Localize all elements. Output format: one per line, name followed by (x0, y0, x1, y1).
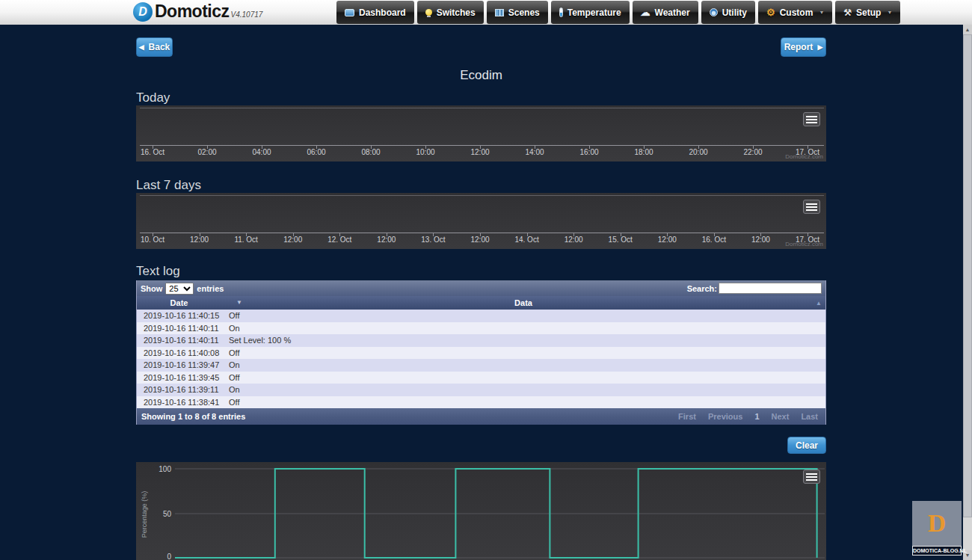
log-table-row[interactable]: 2019-10-16 11:39:45Off (137, 372, 825, 384)
scroll-up-arrow-icon[interactable]: ▲ (963, 25, 972, 34)
x-axis-label: 12:00 (565, 236, 583, 244)
log-table-row[interactable]: 2019-10-16 11:39:47On (137, 359, 825, 372)
log-date-cell: 2019-10-16 11:40:11 (137, 334, 221, 347)
y-tick-0: 0 (167, 553, 171, 560)
nav-weather-label: Weather (655, 7, 690, 18)
column-header-date[interactable]: Date▼ (137, 298, 221, 307)
chevron-down-icon: ▼ (819, 10, 824, 15)
x-axis-line (140, 233, 824, 233)
log-table-row[interactable]: 2019-10-16 11:40:08Off (137, 347, 825, 360)
pagination-page-1[interactable]: 1 (754, 412, 759, 421)
vertical-scrollbar: ▲ ▼ (963, 25, 972, 560)
table-body: 2019-10-16 11:40:15Off2019-10-16 11:40:1… (137, 310, 825, 408)
log-date-cell: 2019-10-16 11:39:45 (137, 372, 221, 384)
nav-utility[interactable]: Utility (701, 1, 755, 24)
log-data-cell: Off (221, 347, 825, 360)
domoticz-logo-icon: D (133, 2, 153, 22)
section-title-textlog: Text log (136, 264, 180, 279)
x-axis-label: 14:00 (525, 148, 544, 156)
nav-setup-label: Setup (856, 7, 881, 18)
table-header-row: Date▼ Data ▲ (137, 296, 825, 310)
y-tick-50: 50 (163, 510, 172, 518)
log-date-cell: 2019-10-16 11:38:41 (137, 396, 221, 409)
top-navbar: D Domoticz V4.10717 Dashboard Switches S… (0, 0, 972, 25)
x-axis-label: 16:00 (579, 148, 598, 156)
x-axis-label: 06:00 (307, 148, 325, 156)
clear-button-label: Clear (796, 440, 818, 451)
nav-weather[interactable]: Weather (633, 1, 698, 24)
cloud-icon (641, 7, 650, 18)
report-button[interactable]: Report ▶ (781, 37, 826, 57)
last7days-chart: 10. Oct12:0011. Oct12:0012. Oct12:0013. … (136, 193, 826, 249)
log-table-row[interactable]: 2019-10-16 11:39:11On (137, 384, 825, 396)
blog-logo-label: DOMOTICA-BLOG.NL (912, 546, 962, 556)
table-info: Showing 1 to 8 of 8 entries (137, 412, 245, 421)
x-axis-label: 12:00 (190, 236, 209, 244)
chart-export-menu-button[interactable] (803, 200, 820, 214)
x-axis-label: 18:00 (634, 148, 653, 156)
search-input[interactable] (719, 283, 822, 294)
log-table-row[interactable]: 2019-10-16 11:40:11Set Level: 100 % (137, 334, 825, 347)
x-axis-label: 14. Oct (514, 236, 538, 244)
entries-label: entries (197, 284, 224, 293)
x-axis-label: 12:00 (658, 236, 677, 244)
domoticz-brand[interactable]: D Domoticz V4.10717 (133, 1, 262, 22)
domotica-blog-logo[interactable]: D DOMOTICA-BLOG.NL (912, 501, 962, 556)
x-axis-label: 12:00 (283, 236, 302, 244)
x-axis-label: 11. Oct (234, 236, 258, 244)
log-data-cell: Off (221, 310, 825, 322)
log-data-cell: On (221, 384, 825, 396)
arrow-left-icon: ◀ (139, 43, 144, 51)
nav-switches-label: Switches (437, 7, 476, 18)
blog-logo-letter: D (928, 509, 947, 538)
chart-export-menu-button[interactable] (803, 112, 820, 126)
section-title-last7days: Last 7 days (136, 178, 201, 193)
pagination: First Previous 1 Next Last (678, 412, 825, 421)
nav-custom-label: Custom (780, 7, 813, 18)
clear-button[interactable]: Clear (787, 437, 826, 454)
log-table-row[interactable]: 2019-10-16 11:38:41Off (137, 396, 825, 409)
page-length-select[interactable]: 25 (165, 283, 194, 295)
back-button[interactable]: ◀ Back (136, 37, 173, 57)
report-button-label: Report (784, 42, 813, 52)
nav-dashboard[interactable]: Dashboard (336, 1, 414, 24)
chart-export-menu-button[interactable] (803, 470, 820, 484)
pagination-next[interactable]: Next (772, 412, 790, 421)
nav-setup[interactable]: Setup ▼ (835, 1, 900, 24)
log-date-cell: 2019-10-16 11:39:47 (137, 359, 221, 372)
log-data-cell: Off (221, 372, 825, 384)
x-axis-label: 12:00 (751, 236, 770, 244)
x-axis-label: 13. Oct (421, 236, 445, 244)
log-table-row[interactable]: 2019-10-16 11:40:11On (137, 322, 825, 335)
show-label: Show (141, 284, 162, 293)
sort-asc-icon: ▲ (816, 300, 822, 307)
chevron-down-icon: ▼ (887, 10, 892, 15)
brand-name: Domoticz (155, 1, 230, 22)
log-table-row[interactable]: 2019-10-16 11:40:15Off (137, 310, 825, 322)
nav-temperature[interactable]: Temperature (551, 1, 630, 24)
section-title-today: Today (136, 90, 170, 105)
x-axis-label: 15. Oct (609, 236, 633, 244)
log-date-cell: 2019-10-16 11:39:11 (137, 384, 221, 396)
dashboard-icon (345, 9, 354, 16)
column-header-data[interactable]: Data (221, 298, 825, 307)
chart-watermark: Domoticz.com (785, 153, 823, 160)
nav-switches[interactable]: Switches (417, 1, 484, 24)
chart-watermark: Domoticz.com (785, 241, 823, 247)
x-axis-label: 16. Oct (702, 236, 726, 244)
nav-scenes[interactable]: Scenes (487, 1, 548, 24)
x-axis-label: 20:00 (689, 148, 707, 156)
x-axis-label: 12:00 (377, 236, 396, 244)
x-axis-line (140, 145, 824, 146)
y-axis-title: Percentage (%) (141, 491, 148, 538)
thermometer-icon (559, 7, 563, 17)
today-chart: 16. Oct02:0004:0006:0008:0010:0012:0014:… (136, 105, 826, 161)
pagination-previous[interactable]: Previous (708, 412, 742, 421)
arrow-right-icon: ▶ (817, 43, 822, 51)
brand-version: V4.10717 (231, 10, 263, 19)
pagination-first[interactable]: First (678, 412, 696, 421)
nav-custom[interactable]: Custom ▼ (758, 1, 832, 24)
scrollbar-thumb[interactable] (963, 34, 972, 517)
pagination-last[interactable]: Last (801, 412, 818, 421)
chart-gridline (140, 108, 824, 108)
